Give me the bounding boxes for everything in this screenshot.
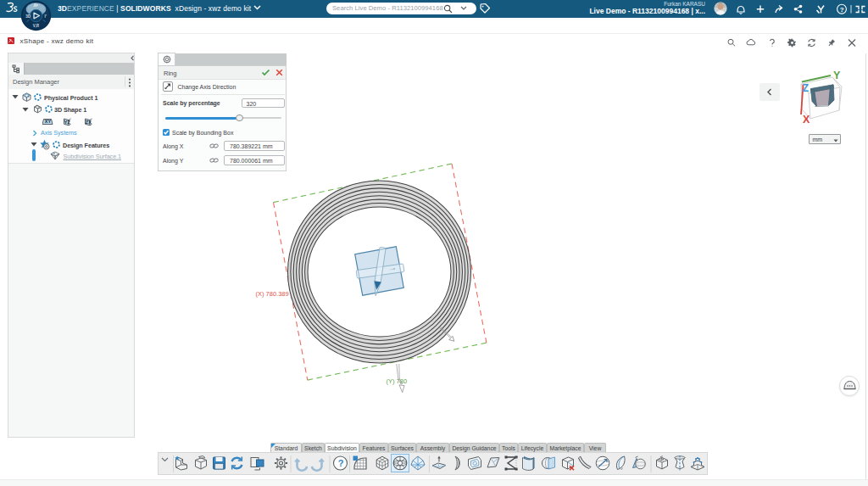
- svg-text:XY: XY: [45, 119, 52, 124]
- svg-text:(X) 780.389: (X) 780.389: [256, 290, 289, 298]
- svg-text:(Y) 780: (Y) 780: [387, 377, 408, 385]
- svg-text:V,R: V,R: [33, 24, 40, 28]
- svg-text:?: ?: [840, 6, 844, 14]
- svg-text:Z: Z: [803, 82, 810, 94]
- svg-text:ZX: ZX: [86, 120, 92, 125]
- svg-text:X: X: [803, 114, 810, 126]
- svg-text:Y: Y: [833, 70, 841, 81]
- svg-text:?: ?: [338, 458, 344, 468]
- svg-text:3D: 3D: [25, 14, 31, 19]
- svg-text:I': I': [45, 14, 47, 19]
- svg-text:YZ: YZ: [64, 120, 71, 125]
